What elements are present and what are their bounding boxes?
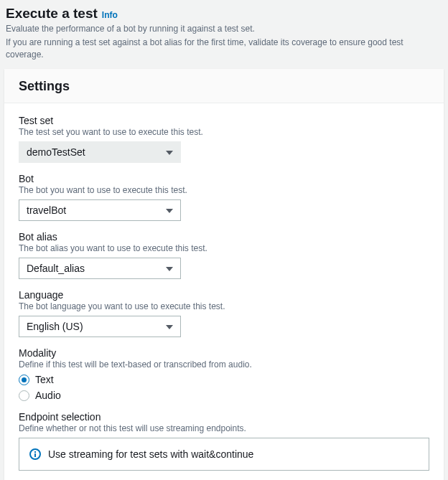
endpoint-alert-text: Use streaming for test sets with wait&co… xyxy=(48,448,253,460)
bot-alias-select[interactable]: Default_alias xyxy=(19,258,181,279)
field-testset: Test set The test set you want to use to… xyxy=(19,115,429,163)
bot-select[interactable]: travelBot xyxy=(19,199,181,221)
modality-audio-label: Audio xyxy=(35,390,61,401)
radio-unselected-icon xyxy=(19,390,29,401)
testset-value: demoTestSet xyxy=(27,146,85,158)
field-bot-alias: Bot alias The bot alias you want to use … xyxy=(19,231,429,279)
chevron-down-icon xyxy=(166,325,173,329)
svg-rect-2 xyxy=(34,451,36,453)
bot-label: Bot xyxy=(19,173,429,184)
bot-alias-label: Bot alias xyxy=(19,231,429,243)
field-language: Language The bot language you want to us… xyxy=(19,289,429,337)
chevron-down-icon xyxy=(166,151,173,155)
language-hint: The bot language you want to use to exec… xyxy=(19,301,429,311)
bot-alias-hint: The bot alias you want to use to execute… xyxy=(19,243,429,253)
modality-radio-audio[interactable]: Audio xyxy=(19,390,429,401)
settings-panel-header: Settings xyxy=(4,69,444,103)
testset-hint: The test set you want to use to execute … xyxy=(19,127,429,137)
endpoint-label: Endpoint selection xyxy=(19,411,429,423)
chevron-down-icon xyxy=(166,267,173,271)
field-bot: Bot The bot you want to use to execute t… xyxy=(19,173,429,221)
language-label: Language xyxy=(19,289,429,301)
radio-selected-icon xyxy=(19,375,29,385)
page-header: Execute a test Info Evaluate the perform… xyxy=(4,4,444,65)
modality-text-label: Text xyxy=(35,374,54,385)
modality-radio-text[interactable]: Text xyxy=(19,374,429,385)
svg-rect-1 xyxy=(34,453,36,457)
page-title: Execute a test xyxy=(6,6,98,22)
bot-alias-value: Default_alias xyxy=(27,263,85,274)
page-description-1: Evaluate the performance of a bot by run… xyxy=(6,23,442,35)
modality-label: Modality xyxy=(19,347,429,359)
endpoint-alert: Use streaming for test sets with wait&co… xyxy=(19,438,429,471)
testset-select: demoTestSet xyxy=(19,141,181,163)
bot-hint: The bot you want to use to execute this … xyxy=(19,185,429,195)
settings-panel: Settings Test set The test set you want … xyxy=(4,69,444,480)
modality-hint: Define if this test will be text-based o… xyxy=(19,359,429,370)
language-select[interactable]: English (US) xyxy=(19,316,181,337)
endpoint-hint: Define whether or not this test will use… xyxy=(19,423,429,433)
info-link[interactable]: Info xyxy=(102,10,118,20)
testset-label: Test set xyxy=(19,115,429,126)
language-value: English (US) xyxy=(27,321,83,332)
field-modality: Modality Define if this test will be tex… xyxy=(19,347,429,401)
chevron-down-icon xyxy=(166,209,173,213)
bot-value: travelBot xyxy=(27,204,66,216)
info-icon xyxy=(29,448,41,460)
page-description-2: If you are running a test set against a … xyxy=(6,37,442,61)
settings-title: Settings xyxy=(19,79,429,94)
field-endpoint: Endpoint selection Define whether or not… xyxy=(19,411,429,480)
